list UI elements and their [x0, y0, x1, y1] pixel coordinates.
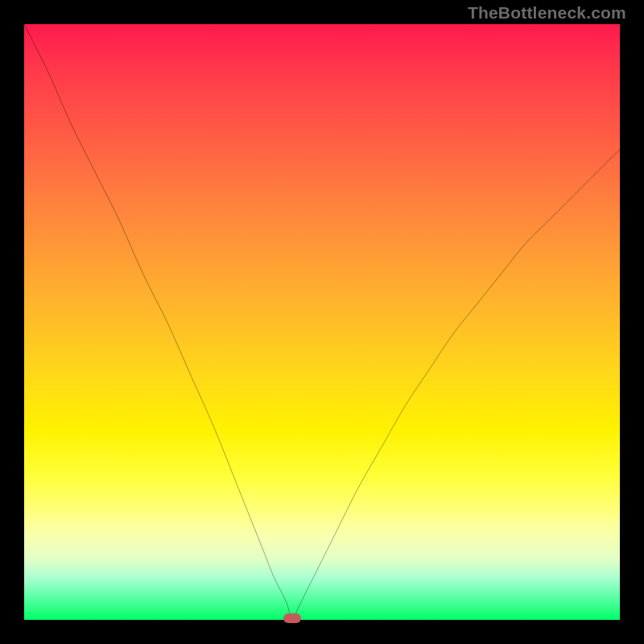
watermark-text: TheBottleneck.com [468, 3, 626, 23]
chart-frame: TheBottleneck.com [0, 0, 644, 644]
plot-area [24, 24, 620, 620]
curve-svg [24, 24, 620, 620]
bottleneck-curve [24, 24, 620, 620]
minimum-marker [283, 613, 301, 623]
